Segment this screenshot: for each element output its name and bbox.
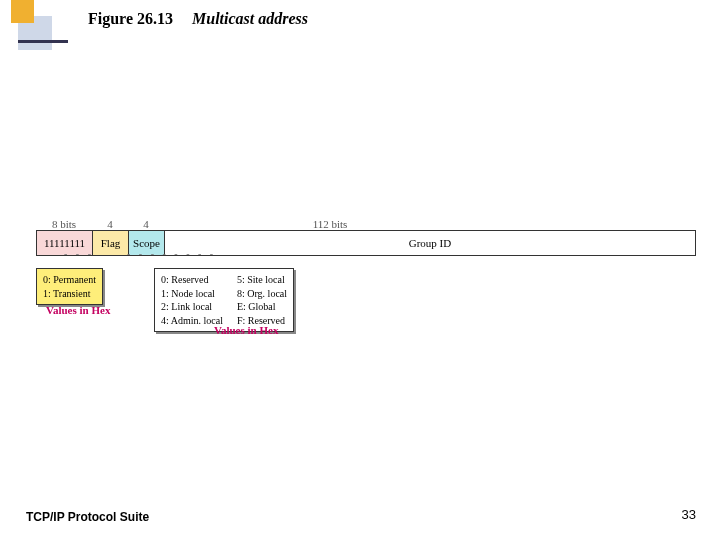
flag-value-permanent: 0: Permanent: [43, 273, 96, 287]
values-in-hex-flag: Values in Hex: [46, 304, 110, 316]
figure-label: Figure 26.13: [88, 10, 173, 28]
leader-dashes: - - - - - - - - - - -: [64, 248, 304, 266]
bit-width-labels: 8 bits 4 4 112 bits: [36, 218, 696, 230]
field-prefix-value: 11111111: [44, 238, 85, 249]
footer-page-number: 33: [682, 507, 696, 522]
flag-values-box: 0: Permanent 1: Transient: [36, 268, 103, 305]
scope-values-box: 0: Reserved 1: Node local 2: Link local …: [154, 268, 294, 332]
flag-value-transient: 1: Transient: [43, 287, 96, 301]
scope-values-col2: 5: Site local 8: Org. local E: Global F:…: [237, 273, 287, 327]
bits-scope: 4: [128, 218, 164, 230]
footer-suite: TCP/IP Protocol Suite: [26, 510, 149, 524]
bits-flag: 4: [92, 218, 128, 230]
slide-bullet-inner: [11, 0, 34, 23]
slide-bullet-underline: [18, 40, 68, 43]
scope-values-col1: 0: Reserved 1: Node local 2: Link local …: [161, 273, 223, 327]
figure-title: Multicast address: [192, 10, 308, 28]
bits-group: 112 bits: [164, 218, 696, 230]
bits-prefix: 8 bits: [36, 218, 92, 230]
values-in-hex-scope: Values in Hex: [214, 324, 278, 336]
